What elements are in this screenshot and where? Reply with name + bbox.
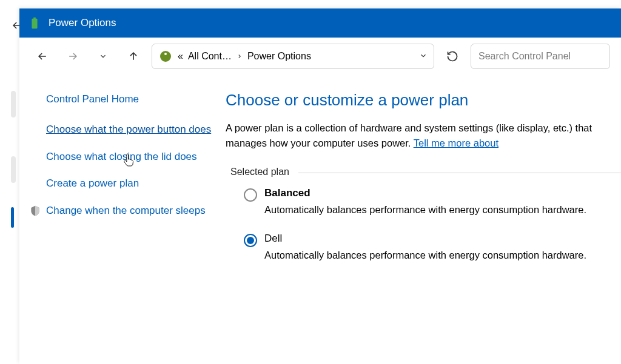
back-button[interactable] <box>30 44 55 68</box>
plan-row-dell: Dell Automatically balances performance … <box>244 233 621 263</box>
svg-point-0 <box>160 51 171 62</box>
search-input[interactable] <box>478 51 602 62</box>
up-button[interactable] <box>121 44 146 68</box>
search-bar[interactable] <box>471 44 610 69</box>
sidebar-link-create-plan[interactable]: Create a power plan <box>46 176 213 191</box>
plan-row-balanced: Balanced Automatically balances performa… <box>244 187 621 217</box>
breadcrumb-level2[interactable]: Power Options <box>247 51 311 62</box>
sidebar-link-computer-sleeps[interactable]: Change when the computer sleeps <box>46 204 206 219</box>
accent-bar <box>11 207 14 228</box>
window-shadow <box>11 91 16 117</box>
sidebar-heading: Control Panel Home <box>46 93 213 105</box>
battery-app-icon <box>28 16 41 30</box>
radio-dell[interactable] <box>244 234 257 247</box>
window-title: Power Options <box>49 17 116 29</box>
titlebar: Power Options <box>19 8 621 38</box>
shield-icon <box>29 205 41 217</box>
forward-button[interactable] <box>61 44 85 68</box>
radio-balanced[interactable] <box>244 188 257 202</box>
plan-desc: Automatically balances performance with … <box>264 203 621 217</box>
learn-more-link[interactable]: Tell me more about <box>414 137 498 148</box>
sidebar-link-closing-lid[interactable]: Choose what closing the lid does <box>46 150 213 165</box>
page-description: A power plan is a collection of hardware… <box>226 121 621 151</box>
address-bar[interactable]: « All Cont… Power Options <box>152 44 434 69</box>
fieldset-label-text: Selected plan <box>230 167 289 177</box>
breadcrumb-root: « <box>178 51 183 62</box>
breadcrumb-level1[interactable]: All Cont… <box>188 51 232 62</box>
refresh-button[interactable] <box>440 44 465 68</box>
toolbar: « All Cont… Power Options <box>19 38 621 75</box>
desc-text: A power plan is a collection of hardware… <box>226 122 592 148</box>
main-panel: Choose or customize a power plan A power… <box>226 75 621 364</box>
fieldset-selected-plan: Selected plan <box>226 167 621 177</box>
sidebar: Control Panel Home Choose what the power… <box>19 75 226 364</box>
plan-name[interactable]: Balanced <box>264 187 621 199</box>
sidebar-link-power-button[interactable]: Choose what the power button does <box>46 122 213 137</box>
window: Power Options « All Cont… Power Options <box>19 8 621 364</box>
page-heading: Choose or customize a power plan <box>226 91 621 110</box>
plan-name[interactable]: Dell <box>264 233 621 245</box>
window-shadow <box>11 156 16 183</box>
chevron-right-icon[interactable] <box>237 52 243 61</box>
fieldset-divider <box>298 173 621 173</box>
history-dropdown-button[interactable] <box>91 44 115 68</box>
content: Control Panel Home Choose what the power… <box>19 75 621 364</box>
control-panel-icon <box>158 49 173 64</box>
address-dropdown-button[interactable] <box>419 51 428 62</box>
plan-desc: Automatically balances performance with … <box>264 248 621 263</box>
